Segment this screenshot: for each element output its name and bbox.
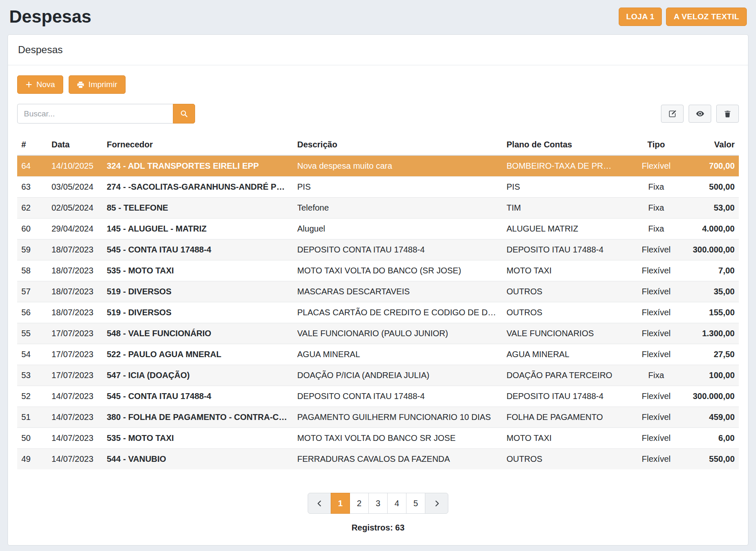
cell-valor: 155,00 <box>682 302 739 323</box>
cell-data: 29/04/2024 <box>47 219 103 239</box>
cell-data: 18/07/2023 <box>47 260 103 281</box>
nova-button[interactable]: Nova <box>17 75 63 94</box>
table-row[interactable]: 6303/05/2024274 - -SACOLITAS-GARANHUNS-A… <box>17 177 739 198</box>
cell-plano: OUTROS <box>502 281 630 302</box>
cell-plano: DEPOSITO ITAU 17488-4 <box>502 386 630 407</box>
search-button[interactable] <box>173 104 195 124</box>
cell-id: 51 <box>17 407 47 428</box>
cell-id: 58 <box>17 260 47 281</box>
page-button-2[interactable]: 2 <box>350 493 369 514</box>
cell-descricao: MASCARAS DESCARTAVEIS <box>293 281 502 302</box>
eye-icon <box>696 109 705 118</box>
delete-button[interactable] <box>716 105 739 123</box>
table-body: 6414/10/2025324 - ADL TRANSPORTES EIRELI… <box>17 155 739 469</box>
cell-fornecedor: 145 - ALUGUEL - MATRIZ <box>103 219 293 239</box>
cell-plano: ALUGUEL MATRIZ <box>502 219 630 239</box>
table-row[interactable]: 5317/07/2023547 - ICIA (DOAÇÃO)DOAÇÃO P/… <box>17 365 739 386</box>
cell-tipo: Fixa <box>630 365 682 386</box>
cell-descricao: Telefone <box>293 198 502 219</box>
table-row[interactable]: 5718/07/2023519 - DIVERSOSMASCARAS DESCA… <box>17 281 739 302</box>
records-count: Registros: 63 <box>17 523 739 533</box>
cell-data: 03/05/2024 <box>47 177 103 198</box>
cell-plano: VALE FUNCIONARIOS <box>502 323 630 344</box>
cell-descricao: PAGAMENTO GUILHERM FUNCIONARIO 10 DIAS <box>293 407 502 428</box>
cell-valor: 7,00 <box>682 260 739 281</box>
cell-plano: DOAÇÃO PARA TERCEIRO <box>502 365 630 386</box>
cell-id: 53 <box>17 365 47 386</box>
cell-data: 14/10/2025 <box>47 155 103 177</box>
imprimir-button[interactable]: Imprimir <box>69 75 126 94</box>
cell-fornecedor: 274 - -SACOLITAS-GARANHUNS-ANDRÉ PH… <box>103 177 293 198</box>
col-header-id: # <box>17 134 47 155</box>
table-row[interactable]: 5618/07/2023519 - DIVERSOSPLACAS CARTÃO … <box>17 302 739 323</box>
cell-tipo: Flexível <box>630 239 682 260</box>
edit-button[interactable] <box>661 105 684 123</box>
cell-valor: 1.300,00 <box>682 323 739 344</box>
cell-fornecedor: 547 - ICIA (DOAÇÃO) <box>103 365 293 386</box>
trash-icon <box>724 110 731 118</box>
table-row[interactable]: 5918/07/2023545 - CONTA ITAU 17488-4DEPO… <box>17 239 739 260</box>
cell-plano: FOLHA DE PAGAMENTO <box>502 407 630 428</box>
pagination: 12345 <box>308 493 448 514</box>
table-row[interactable]: 6414/10/2025324 - ADL TRANSPORTES EIRELI… <box>17 155 739 177</box>
cell-valor: 550,00 <box>682 449 739 470</box>
page-header: Despesas LOJA 1 A VELOZ TEXTIL <box>0 0 756 33</box>
table-row[interactable]: 6029/04/2024145 - ALUGUEL - MATRIZAlugue… <box>17 219 739 239</box>
page-button-1[interactable]: 1 <box>331 493 350 514</box>
cell-data: 18/07/2023 <box>47 302 103 323</box>
cell-id: 59 <box>17 239 47 260</box>
table-row[interactable]: 5014/07/2023535 - MOTO TAXIMOTO TAXI VOL… <box>17 428 739 449</box>
chevron-right-icon <box>433 500 440 507</box>
table-row[interactable]: 5517/07/2023548 - VALE FUNCIONÁRIOVALE F… <box>17 323 739 344</box>
cell-tipo: Flexível <box>630 281 682 302</box>
chevron-left-icon <box>316 500 323 507</box>
page-button-4[interactable]: 4 <box>387 493 406 514</box>
cell-plano: TIM <box>502 198 630 219</box>
next-page-button[interactable] <box>425 493 448 514</box>
cell-id: 54 <box>17 344 47 365</box>
prev-page-button[interactable] <box>308 493 331 514</box>
table-row[interactable]: 5818/07/2023535 - MOTO TAXIMOTO TAXI VOL… <box>17 260 739 281</box>
col-header-valor: Valor <box>682 134 739 155</box>
page-button-5[interactable]: 5 <box>406 493 425 514</box>
table-row[interactable]: 5214/07/2023545 - CONTA ITAU 17488-4DEPO… <box>17 386 739 407</box>
cell-id: 62 <box>17 198 47 219</box>
cell-data: 17/07/2023 <box>47 365 103 386</box>
company-button[interactable]: A VELOZ TEXTIL <box>666 8 747 26</box>
cell-valor: 459,00 <box>682 407 739 428</box>
cell-valor: 35,00 <box>682 281 739 302</box>
cell-tipo: Flexível <box>630 323 682 344</box>
cell-plano: MOTO TAXI <box>502 260 630 281</box>
header-actions: LOJA 1 A VELOZ TEXTIL <box>619 8 747 26</box>
cell-id: 60 <box>17 219 47 239</box>
cell-id: 55 <box>17 323 47 344</box>
loja-button[interactable]: LOJA 1 <box>619 8 662 26</box>
edit-icon <box>669 110 676 118</box>
cell-fornecedor: 545 - CONTA ITAU 17488-4 <box>103 239 293 260</box>
table-row[interactable]: 4914/07/2023544 - VANUBIOFERRADURAS CAVA… <box>17 449 739 470</box>
cell-tipo: Flexível <box>630 155 682 177</box>
view-button[interactable] <box>689 105 711 123</box>
cell-valor: 27,50 <box>682 344 739 365</box>
cell-valor: 6,00 <box>682 428 739 449</box>
table-row[interactable]: 5114/07/2023380 - FOLHA DE PAGAMENTO - C… <box>17 407 739 428</box>
cell-fornecedor: 545 - CONTA ITAU 17488-4 <box>103 386 293 407</box>
page-title: Despesas <box>9 7 91 27</box>
cell-plano: OUTROS <box>502 302 630 323</box>
cell-tipo: Flexível <box>630 407 682 428</box>
cell-data: 14/07/2023 <box>47 386 103 407</box>
table-row[interactable]: 6202/05/202485 - TELEFONETelefoneTIMFixa… <box>17 198 739 219</box>
cell-id: 50 <box>17 428 47 449</box>
cell-descricao: PIS <box>293 177 502 198</box>
cell-data: 14/07/2023 <box>47 428 103 449</box>
search-input[interactable] <box>17 104 173 124</box>
cell-tipo: Fixa <box>630 177 682 198</box>
cell-tipo: Flexível <box>630 260 682 281</box>
panel-body: Nova Imprimir <box>8 65 748 545</box>
table-row[interactable]: 5417/07/2023522 - PAULO AGUA MNERALAGUA … <box>17 344 739 365</box>
toolbar: Nova Imprimir <box>17 75 739 94</box>
search-icon <box>180 110 188 118</box>
cell-plano: DEPOSITO ITAU 17488-4 <box>502 239 630 260</box>
page-button-3[interactable]: 3 <box>368 493 388 514</box>
panel-title: Despesas <box>8 35 748 65</box>
